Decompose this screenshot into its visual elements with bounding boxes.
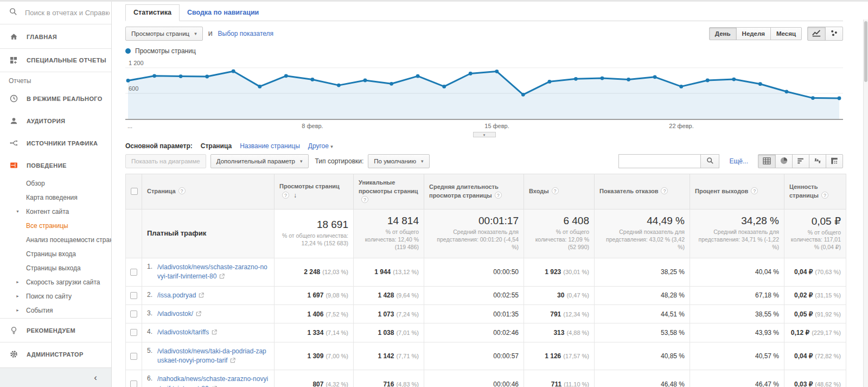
sidebar-item-audience[interactable]: АУДИТОРИЯ (0, 110, 111, 132)
row-number: 6. (147, 375, 152, 382)
chart-legend: Просмотры страниц (125, 43, 843, 57)
sidebar-item-all-pages[interactable]: Все страницы (0, 219, 111, 233)
help-icon[interactable]: ? (751, 187, 758, 194)
row-checkbox[interactable] (130, 380, 137, 387)
help-icon[interactable]: ? (178, 187, 186, 194)
dimension-other[interactable]: Другое ▾ (308, 142, 333, 150)
page-link[interactable]: /vladivostok/news/schaste-zarazno-novyi-… (157, 263, 267, 280)
sidebar-item-home[interactable]: ГЛАВНАЯ (0, 26, 111, 48)
line-chart-button[interactable] (807, 27, 826, 41)
page-link[interactable]: /issa.podryad (157, 291, 196, 299)
column-header-page-value[interactable]: Ценность страницы? (784, 174, 846, 210)
granularity-day[interactable]: День (709, 27, 737, 40)
help-icon[interactable]: ? (495, 192, 502, 199)
more-link[interactable]: Ещё... (729, 157, 748, 165)
column-header-bounce-rate[interactable]: Показатель отказов? (595, 174, 690, 210)
select-metric-link[interactable]: Выбор показателя (218, 30, 273, 37)
secondary-dimension-button[interactable]: Дополнительный параметр ▾ (210, 154, 309, 168)
page-cell: 5./vladivostok/news/taki-da-podriad-zapu… (142, 342, 275, 370)
column-header-avg-time[interactable]: Средняя длительность просмотра страницы? (424, 174, 524, 210)
column-header-page[interactable]: Страница? (142, 174, 275, 210)
column-header-exit-pct[interactable]: Процент выходов? (690, 174, 784, 210)
granularity-month[interactable]: Месяц (770, 27, 802, 40)
chart-plot[interactable]: 6001 200 (125, 58, 843, 122)
table-search-button[interactable] (701, 154, 719, 168)
pageviews-chart: 6001 200 ...8 февр.15 февр.22 февр. (125, 58, 843, 131)
sidebar-item-behavior-flow[interactable]: Карта поведения (0, 191, 111, 205)
external-link-icon[interactable] (199, 292, 204, 300)
tab-navigation-summary[interactable]: Сводка по навигации (180, 5, 266, 21)
sidebar-item-real-time[interactable]: В РЕЖИМЕ РЕАЛЬНОГО (0, 87, 111, 110)
sidebar-item-site-speed[interactable]: ►Скорость загрузки сайта (0, 275, 111, 289)
sidebar-item-site-content[interactable]: ▼Контент сайта (0, 205, 111, 219)
help-icon[interactable]: ? (821, 192, 828, 199)
percent-view-button[interactable] (775, 154, 793, 168)
sidebar-item-exit-pages[interactable]: Страницы выхода (0, 261, 111, 275)
dimension-page[interactable]: Страница (201, 142, 232, 150)
scrollbar-thumb[interactable] (864, 21, 867, 82)
sort-type-label: Тип сортировки: (315, 157, 364, 165)
help-icon[interactable]: ? (282, 192, 289, 199)
sidebar-item-landing-pages[interactable]: Страницы входа (0, 247, 111, 261)
table-search-input[interactable] (618, 154, 701, 168)
table-view-button[interactable] (758, 154, 776, 168)
report-search[interactable] (0, 2, 111, 24)
scrollbar[interactable] (863, 20, 868, 387)
row-checkbox[interactable] (130, 310, 137, 318)
help-icon[interactable]: ? (552, 187, 559, 194)
granularity-week[interactable]: Неделя (736, 27, 771, 40)
pivot-view-button[interactable] (826, 154, 843, 168)
sidebar-item-site-search[interactable]: ►Поиск по сайту (0, 289, 111, 303)
sidebar-item-discover[interactable]: РЕКОМЕНДУЕМ (0, 319, 111, 341)
column-header-entrances[interactable]: Входы? (524, 174, 595, 210)
external-link-icon[interactable] (219, 273, 225, 281)
comparison-view-button[interactable] (809, 154, 826, 168)
row-checkbox[interactable] (130, 329, 137, 336)
page-link[interactable]: /vladivostok/tariffs (157, 328, 209, 336)
sort-type-button[interactable]: По умолчанию ▾ (368, 154, 429, 168)
external-link-icon[interactable] (230, 357, 235, 365)
divider (0, 342, 111, 342)
collapse-sidebar-icon[interactable]: ‹ (94, 372, 97, 383)
metric-dropdown[interactable]: Просмотры страниц ▾ (125, 27, 203, 41)
page-link[interactable]: /vladivostok/ (157, 310, 193, 318)
external-link-icon[interactable] (212, 329, 217, 337)
table-view-icon (763, 157, 771, 166)
chart-collapse-handle[interactable]: ▾ (473, 132, 496, 137)
metric-value: 0,02 ₽ (794, 291, 813, 299)
column-header-unique-pageviews[interactable]: Уникальные просмотры страниц? (354, 174, 424, 210)
sidebar-item-label: Все страницы (26, 222, 68, 230)
report-search-input[interactable] (25, 9, 110, 17)
page-cell: 1./vladivostok/news/schaste-zarazno-novy… (142, 258, 275, 286)
sidebar-item-events[interactable]: ►События (0, 303, 111, 318)
pageviews-line-chart[interactable]: 6001 200 (125, 58, 843, 122)
tab-statistics[interactable]: Статистика (125, 4, 180, 21)
performance-view-button[interactable] (792, 154, 809, 168)
external-link-icon[interactable] (196, 310, 201, 318)
column-header-pageviews[interactable]: Просмотры страниц?↓ (275, 174, 354, 210)
arrow-collapsed-icon: ► (16, 308, 20, 312)
help-icon[interactable]: ? (661, 187, 668, 194)
plot-rows-button[interactable]: Показать на диаграмме (125, 154, 206, 168)
select-all-checkbox[interactable] (131, 188, 138, 195)
sidebar-item-content-drilldown[interactable]: Анализ посещаемости страниц (0, 233, 111, 247)
row-checkbox[interactable] (130, 269, 137, 276)
sidebar-item-acquisition[interactable]: ИСТОЧНИКИ ТРАФИКА (0, 132, 111, 154)
dimension-page-title[interactable]: Название страницы (240, 142, 300, 150)
motion-chart-button[interactable] (825, 27, 843, 41)
sidebar-item-admin[interactable]: АДМИНИСТРАТОР (0, 343, 111, 365)
sidebar-item-overview[interactable]: Обзор (0, 176, 111, 191)
metric-percent: (7,01 %) (396, 329, 419, 336)
sidebar-item-behavior[interactable]: ПОВЕДЕНИЕ (0, 154, 111, 176)
cell-unique-pageviews: 716(4,83 %) (354, 370, 424, 387)
page-link[interactable]: /vladivostok/news/taki-da-podriad-zapusk… (157, 347, 266, 364)
cell-avg-time: 00:02:46 (424, 323, 524, 342)
sort-desc-icon[interactable]: ↓ (293, 192, 297, 199)
summary-avg-time: 00:01:17Средний показатель для представл… (424, 209, 524, 258)
metric-value: 00:02:55 (493, 291, 519, 299)
sidebar-item-label: АДМИНИСТРАТОР (27, 351, 84, 358)
row-checkbox[interactable] (130, 292, 137, 299)
sidebar-item-custom-reports[interactable]: СПЕЦИАЛЬНЫЕ ОТЧЕТЫ (0, 49, 111, 71)
row-checkbox[interactable] (130, 353, 137, 360)
help-icon[interactable]: ? (361, 196, 368, 203)
